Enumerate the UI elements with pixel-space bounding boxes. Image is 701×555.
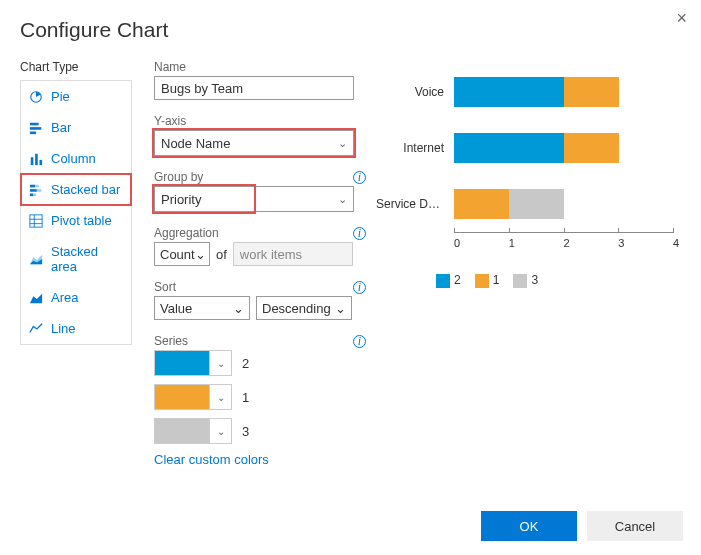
series-color-dropdown[interactable]: ⌄	[154, 384, 232, 410]
chart-type-stacked-bar-label: Stacked bar	[51, 182, 120, 197]
series-color-dropdown[interactable]: ⌄	[154, 418, 232, 444]
legend-swatch	[436, 274, 450, 288]
stacked-area-icon	[29, 252, 43, 266]
pie-icon	[29, 90, 43, 104]
svg-rect-8	[35, 184, 39, 187]
chart-type-bar[interactable]: Bar	[21, 112, 131, 143]
series-row: ⌄1	[154, 384, 366, 410]
chart-bar-row: Voice	[376, 64, 681, 120]
chart-preview: VoiceInternetService Del... 01234	[376, 64, 681, 249]
chart-type-stacked-bar[interactable]: Stacked bar	[21, 174, 131, 205]
sort-field-select[interactable]: Value⌄	[154, 296, 250, 320]
chart-type-pie-label: Pie	[51, 89, 70, 104]
aggregation-of: of	[216, 247, 227, 262]
chart-bar-row: Internet	[376, 120, 681, 176]
bar-icon	[29, 121, 43, 135]
chart-bar-segment	[564, 133, 619, 163]
chevron-down-icon: ⌄	[209, 351, 231, 375]
chart-type-area-label: Area	[51, 290, 78, 305]
chart-type-label: Chart Type	[20, 60, 132, 74]
groupby-label: Group by	[154, 170, 203, 184]
column-icon	[29, 152, 43, 166]
chart-type-pivot-table-label: Pivot table	[51, 213, 112, 228]
groupby-select[interactable]: Priority⌄	[154, 186, 354, 212]
legend-item: 2	[436, 273, 461, 288]
chart-legend: 213	[436, 273, 681, 288]
chevron-down-icon: ⌄	[233, 301, 244, 316]
legend-item: 1	[475, 273, 500, 288]
chart-type-column[interactable]: Column	[21, 143, 131, 174]
svg-rect-12	[33, 193, 36, 196]
chart-bar-label: Service Del...	[376, 197, 454, 211]
clear-custom-colors-link[interactable]: Clear custom colors	[154, 452, 366, 467]
aggregation-label: Aggregation	[154, 226, 219, 240]
chevron-down-icon: ⌄	[335, 301, 346, 316]
chart-axis-tick: 1	[509, 233, 564, 249]
cancel-button[interactable]: Cancel	[587, 511, 683, 541]
chart-bar-segment	[454, 77, 564, 107]
close-icon[interactable]: ×	[676, 8, 687, 29]
chart-type-line-label: Line	[51, 321, 76, 336]
name-input[interactable]: Bugs by Team	[154, 76, 354, 100]
yaxis-label: Y-axis	[154, 114, 186, 128]
svg-rect-6	[40, 159, 43, 164]
line-icon	[29, 322, 43, 336]
svg-rect-2	[30, 127, 41, 130]
chart-bar-row: Service Del...	[376, 176, 681, 232]
chart-axis-tick: 0	[454, 233, 509, 249]
info-icon[interactable]: i	[353, 335, 366, 348]
chart-bar-label: Voice	[376, 85, 454, 99]
chart-type-stacked-area[interactable]: Stacked area	[21, 236, 131, 282]
series-color-dropdown[interactable]: ⌄	[154, 350, 232, 376]
chart-bar-label: Internet	[376, 141, 454, 155]
chevron-down-icon: ⌄	[338, 137, 347, 150]
ok-button[interactable]: OK	[481, 511, 577, 541]
info-icon[interactable]: i	[353, 171, 366, 184]
series-row: ⌄3	[154, 418, 366, 444]
chart-axis-tick: 2	[564, 233, 619, 249]
chart-type-line[interactable]: Line	[21, 313, 131, 344]
chart-bar-segment	[454, 189, 509, 219]
chart-type-stacked-area-label: Stacked area	[51, 244, 123, 274]
svg-rect-7	[30, 184, 35, 187]
chevron-down-icon: ⌄	[209, 419, 231, 443]
svg-rect-1	[30, 122, 39, 125]
series-name: 3	[242, 424, 249, 439]
chart-bar-segment	[564, 77, 619, 107]
sort-direction-select[interactable]: Descending⌄	[256, 296, 352, 320]
legend-item: 3	[513, 273, 538, 288]
chart-type-bar-label: Bar	[51, 120, 71, 135]
chart-type-column-label: Column	[51, 151, 96, 166]
chart-type-pie[interactable]: Pie	[21, 81, 131, 112]
name-label: Name	[154, 60, 186, 74]
series-name: 1	[242, 390, 249, 405]
svg-rect-9	[30, 189, 37, 192]
info-icon[interactable]: i	[353, 227, 366, 240]
area-icon	[29, 291, 43, 305]
series-row: ⌄2	[154, 350, 366, 376]
svg-rect-10	[37, 189, 41, 192]
svg-rect-5	[35, 153, 38, 164]
svg-rect-13	[30, 214, 42, 226]
svg-rect-11	[30, 193, 34, 196]
chart-axis-tick: 4	[673, 233, 674, 249]
chart-type-area[interactable]: Area	[21, 282, 131, 313]
chevron-down-icon: ⌄	[338, 193, 347, 206]
aggregation-items: work items	[233, 242, 353, 266]
chart-bar-segment	[454, 133, 564, 163]
chart-type-list: Pie Bar Column Stacked bar Pivot table S…	[20, 80, 132, 345]
stacked-bar-icon	[29, 183, 43, 197]
pivot-table-icon	[29, 214, 43, 228]
series-label: Series	[154, 334, 188, 348]
svg-rect-3	[30, 131, 36, 134]
chart-type-pivot-table[interactable]: Pivot table	[21, 205, 131, 236]
chart-axis-tick: 3	[618, 233, 673, 249]
info-icon[interactable]: i	[353, 281, 366, 294]
chart-bar-segment	[509, 189, 564, 219]
sort-label: Sort	[154, 280, 176, 294]
aggregation-select[interactable]: Count⌄	[154, 242, 210, 266]
svg-rect-4	[31, 157, 34, 165]
yaxis-select[interactable]: Node Name⌄	[154, 130, 354, 156]
chevron-down-icon: ⌄	[195, 247, 206, 262]
chevron-down-icon: ⌄	[209, 385, 231, 409]
